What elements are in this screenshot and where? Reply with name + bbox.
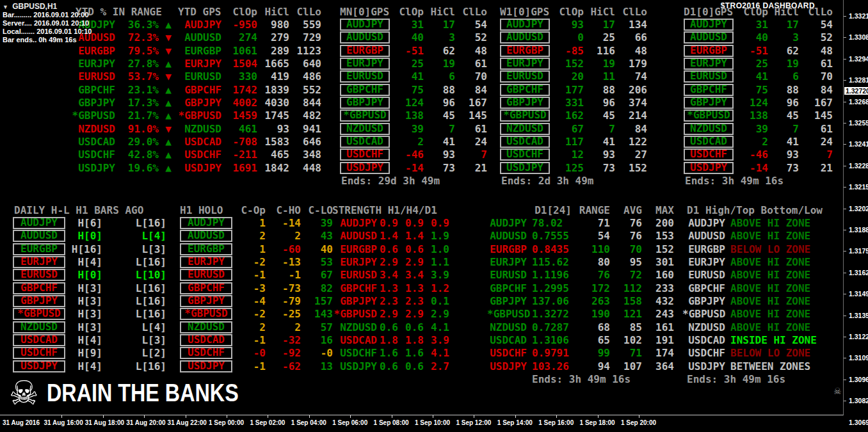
symbol-selector[interactable]: ▼ GBPUSD,H1: [3, 2, 57, 11]
pair-cell: EURUSD: [331, 269, 377, 281]
column-header: RANGE: [572, 204, 610, 216]
pair-cell: USDCAD: [340, 136, 390, 148]
time-tick-label: 31 Aug 18:00: [85, 419, 124, 426]
value-cell: 0.6: [398, 360, 424, 372]
value-cell: 99: [572, 347, 610, 359]
value-cell: -950: [221, 19, 257, 31]
value-cell: 53.7%: [115, 70, 159, 83]
value-cell: 1123: [289, 45, 321, 57]
pair-cell: EURJPY: [684, 58, 734, 70]
price-tick-mark: [844, 337, 846, 337]
pair-cell: USDCHF: [487, 347, 527, 359]
value-cell: 61: [799, 58, 833, 70]
value-cell: 161: [642, 321, 674, 333]
pair-cell: GBPCHF: [682, 282, 725, 294]
value-cell: 200: [642, 217, 674, 229]
table-w1-gps: W1[0]GPSClOpHiClClLoAUDJPY9317134AUDUSD0…: [500, 5, 647, 188]
price-tick-label: 1.31620: [849, 269, 868, 276]
pair-cell: AUDJPY: [340, 19, 390, 31]
chart-area[interactable]: ▼ GBPUSD,H1 Bar......... 2016.09.01 20:0…: [0, 0, 844, 415]
value-cell: 3: [768, 31, 799, 44]
pair-cell: EURUSD: [13, 269, 65, 281]
value-cell: 75: [734, 84, 768, 96]
value-cell: 153: [642, 230, 674, 242]
value-cell: -2: [232, 256, 266, 268]
value-cell: 6: [424, 70, 455, 83]
value-cell: -0: [301, 347, 333, 359]
value-cell: 1.2: [424, 282, 449, 294]
price-tick-mark: [844, 230, 846, 230]
pair-cell: AUDJPY: [13, 217, 65, 229]
value-cell: 27.8%: [115, 58, 159, 70]
price-tick-mark: [844, 102, 846, 102]
value-cell: 71: [610, 347, 642, 359]
price-tick-label: 1.31755: [849, 247, 868, 255]
pair-cell: GBPJPY: [500, 97, 550, 109]
value-cell: 84: [799, 84, 833, 96]
value-cell: L[4]: [102, 321, 166, 333]
pair-cell: *GBPUSD: [13, 308, 65, 320]
pair-cell: EURJPY: [682, 256, 725, 268]
value-cell: 88: [424, 84, 455, 96]
time-tick-label: 1 Sep 10:00: [415, 419, 450, 426]
value-cell: 2: [232, 230, 266, 242]
pair-cell: NZDUSD: [13, 321, 65, 333]
pair-cell: AUDUSD: [331, 230, 377, 242]
column-header: HiCl: [768, 6, 799, 18]
pair-cell: GBPJPY: [180, 295, 232, 307]
value-cell: 36.3%: [115, 19, 159, 31]
trend-arrow-icon: ▲: [159, 162, 178, 174]
value-cell: 1.3272: [527, 308, 572, 320]
value-cell: 301: [642, 256, 674, 268]
value-cell: 1691: [221, 162, 257, 174]
value-cell: L[16]: [102, 256, 166, 268]
pair-cell: AUDUSD: [13, 230, 65, 242]
value-cell: ABOVE HI ZONE: [725, 269, 840, 281]
value-cell: 4030: [257, 97, 289, 109]
column-header: ClLo: [615, 6, 647, 18]
price-tick-label: 1.31225: [849, 333, 868, 340]
value-cell: 1742: [221, 84, 257, 96]
value-cell: 152: [615, 162, 647, 174]
pair-cell: GBPJPY: [13, 295, 65, 307]
pair-cell: USDCAD: [500, 136, 550, 148]
value-cell: 2.9: [424, 308, 449, 320]
value-cell: 93: [550, 19, 584, 31]
price-scale[interactable]: 1.332101.330801.329451.328151.327201.326…: [844, 0, 868, 432]
value-cell: L[16]: [102, 282, 166, 294]
table-ytd-gps: YTD GPSClOpHiClClLoAUDJPY-950980559AUDUS…: [178, 5, 321, 174]
trend-arrow-icon: ▲: [159, 136, 178, 148]
pair-cell: EURUSD: [180, 269, 232, 281]
value-cell: 0.9791: [527, 347, 572, 359]
value-cell: 19: [768, 58, 799, 70]
pair-cell: AUDUSD: [340, 31, 390, 44]
value-cell: 117: [550, 136, 584, 148]
value-cell: 0.7287: [527, 321, 572, 333]
time-tick-label: 31 Aug 16:00: [44, 419, 83, 426]
value-cell: 1: [232, 243, 266, 255]
time-axis[interactable]: 31 Aug 201631 Aug 16:0031 Aug 18:0031 Au…: [0, 415, 844, 432]
column-header: ClOp: [734, 6, 768, 18]
table-title: STRENGTH H1/H4/D1: [331, 204, 437, 216]
pair-cell: EURUSD: [340, 70, 390, 83]
price-tick-mark: [844, 380, 846, 380]
local-time-info: Local....... 2016.09.01 10:10: [3, 28, 92, 35]
value-cell: 91.0%: [115, 123, 159, 135]
pair-cell: USDJPY: [500, 162, 550, 174]
value-cell: 88: [768, 84, 799, 96]
price-tick-mark: [844, 401, 846, 401]
pair-cell: AUDJPY: [487, 217, 527, 229]
pair-cell: USDJPY: [487, 360, 527, 372]
pair-cell: USDJPY: [13, 360, 65, 372]
value-cell: 84: [615, 123, 647, 135]
value-cell: 93: [424, 148, 455, 161]
value-cell: 53: [301, 256, 333, 268]
price-tick-label: 1.32945: [849, 55, 868, 63]
symbol-dropdown-icon[interactable]: ▼: [3, 4, 8, 10]
value-cell: -1: [232, 269, 266, 281]
value-cell: 1.6: [377, 347, 398, 359]
value-cell: 19.6%: [115, 162, 159, 174]
trend-arrow-icon: ▼: [159, 70, 178, 83]
value-cell: INSIDE HI ZONE: [725, 334, 840, 346]
pair-cell: GBPCHF: [72, 84, 115, 96]
